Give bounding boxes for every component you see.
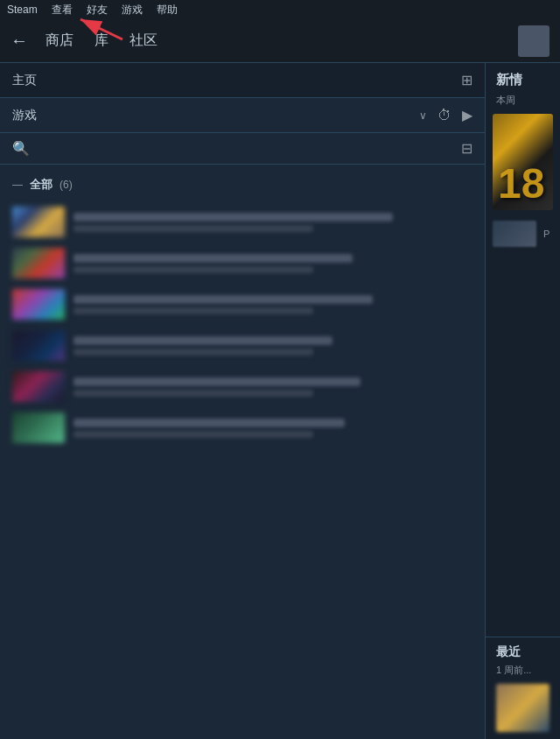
back-button[interactable]: ← — [10, 31, 28, 51]
game-item[interactable] — [0, 407, 485, 448]
right-recent-section: 最近 1 周前... — [486, 637, 560, 739]
game-info — [74, 295, 472, 314]
game-thumbnail — [12, 371, 65, 402]
game-meta-blur — [74, 266, 313, 273]
card-number: 18 — [498, 163, 544, 205]
game-name-blur — [74, 419, 345, 427]
game-info — [74, 377, 472, 397]
filter-label: 游戏 — [12, 108, 37, 123]
game-item[interactable] — [0, 325, 485, 366]
filter-bar: 游戏 ∨ ⏱ ▶ — [0, 98, 485, 133]
game-thumbnail — [12, 207, 65, 237]
game-meta-blur — [74, 431, 313, 438]
game-thumbnail — [12, 248, 65, 278]
game-name-blur — [74, 295, 373, 304]
game-name-blur — [74, 254, 353, 263]
game-meta-blur — [74, 225, 313, 232]
game-list — [0, 198, 485, 452]
menu-help[interactable]: 帮助 — [157, 3, 178, 18]
menu-bar: Steam 查看 好友 游戏 帮助 — [0, 0, 560, 19]
home-bar: 主页 ⊞ — [0, 63, 485, 98]
menu-steam[interactable]: Steam — [7, 4, 38, 16]
play-icon[interactable]: ▶ — [462, 107, 472, 123]
game-info — [74, 336, 472, 355]
dropdown-arrow-icon[interactable]: ∨ — [419, 109, 427, 122]
featured-game-card[interactable]: 18 — [493, 114, 553, 210]
search-icon: 🔍 — [12, 140, 30, 157]
nav-community[interactable]: 社区 — [130, 32, 158, 50]
game-item[interactable] — [0, 366, 485, 407]
game-item[interactable] — [0, 243, 485, 284]
history-icon[interactable]: ⏱ — [438, 108, 452, 123]
menu-friends[interactable]: 好友 — [87, 3, 108, 18]
right-new-title: 新情 — [486, 63, 560, 94]
search-bar: 🔍 ⊟ — [0, 133, 485, 165]
game-item[interactable] — [0, 284, 485, 325]
game-info — [74, 419, 472, 438]
search-left: 🔍 — [12, 140, 212, 157]
game-meta-blur — [74, 348, 313, 355]
nav-library[interactable]: 库 — [94, 32, 108, 50]
right-new-section: 新情 本周 18 P — [486, 63, 560, 637]
game-info — [74, 254, 472, 273]
section-count: (6) — [60, 179, 73, 191]
featured-card-bg: 18 — [493, 114, 553, 210]
recent-title: 最近 — [496, 644, 550, 660]
game-thumbnail — [12, 330, 65, 361]
game-name-blur — [74, 213, 393, 222]
recent-game-thumbnail[interactable] — [496, 684, 550, 732]
section-title: 全部 — [30, 177, 52, 193]
small-game-thumbnail — [493, 221, 536, 247]
game-item[interactable] — [0, 201, 485, 243]
section-header: — 全部 (6) — [0, 172, 485, 198]
game-meta-blur — [74, 390, 313, 397]
search-input[interactable] — [37, 142, 212, 155]
small-game-label: P — [543, 229, 550, 239]
nav-store[interactable]: 商店 — [46, 32, 74, 50]
menu-view[interactable]: 查看 — [52, 3, 73, 18]
game-info — [74, 213, 472, 232]
menu-games[interactable]: 游戏 — [122, 3, 143, 18]
recent-meta: 1 周前... — [496, 664, 550, 677]
collapse-icon[interactable]: — — [12, 179, 23, 191]
home-label: 主页 — [12, 73, 37, 88]
right-panel: 新情 本周 18 P 最近 1 周前... — [486, 63, 560, 739]
game-name-blur — [74, 377, 360, 386]
grid-view-icon[interactable]: ⊞ — [461, 72, 472, 88]
filter-icons: ∨ ⏱ ▶ — [419, 107, 472, 123]
library-panel: 主页 ⊞ 游戏 ∨ ⏱ ▶ 🔍 ⊟ — 全部 (6) — [0, 63, 486, 739]
game-thumbnail — [12, 412, 65, 443]
nav-bar: ← 商店 库 社区 — [0, 19, 560, 63]
game-name-blur — [74, 336, 332, 345]
games-section: — 全部 (6) — [0, 165, 485, 739]
game-thumbnail — [12, 289, 65, 320]
small-game-card[interactable]: P — [486, 217, 560, 250]
filter-sliders-icon[interactable]: ⊟ — [461, 140, 472, 157]
main-layout: 主页 ⊞ 游戏 ∨ ⏱ ▶ 🔍 ⊟ — 全部 (6) — [0, 63, 560, 739]
avatar[interactable] — [518, 25, 550, 57]
nav-links: 商店 库 社区 — [46, 32, 158, 50]
game-meta-blur — [74, 307, 313, 314]
right-new-subtitle: 本周 — [486, 94, 560, 114]
